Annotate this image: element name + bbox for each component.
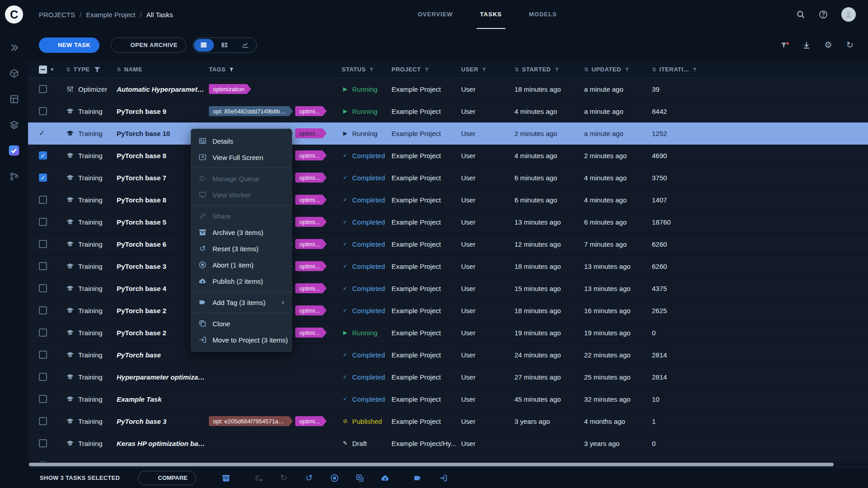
row-checkbox[interactable] bbox=[39, 196, 47, 204]
task-type-cell: Training bbox=[66, 129, 117, 137]
row-checkbox[interactable] bbox=[39, 240, 47, 248]
compare-button[interactable]: COMPARE bbox=[138, 471, 196, 485]
filter-icon[interactable] bbox=[424, 67, 429, 72]
row-checkbox-checked[interactable]: ✓ bbox=[39, 151, 47, 160]
column-header-updated[interactable]: ⇅UPDATED bbox=[584, 66, 652, 73]
row-checkbox[interactable] bbox=[39, 328, 47, 337]
task-row[interactable]: TrainingPyTorch base 6optimi...✓Complete… bbox=[28, 233, 868, 255]
filter-icon[interactable] bbox=[93, 66, 101, 74]
reset-icon[interactable]: ↺ bbox=[305, 474, 314, 483]
task-row[interactable]: TrainingPyTorch base 2optimi...✓Complete… bbox=[28, 300, 868, 322]
row-checkbox[interactable] bbox=[39, 218, 47, 226]
menu-item-move-to-project-3-items[interactable]: Move to Project (3 items) bbox=[191, 332, 292, 348]
task-name: PyTorch base 8 bbox=[117, 196, 166, 204]
row-checkbox[interactable] bbox=[39, 439, 47, 447]
column-header-iterati[interactable]: ⇅ITERATI... bbox=[652, 66, 706, 73]
filter-icon[interactable] bbox=[369, 67, 374, 72]
filter-icon[interactable] bbox=[554, 67, 560, 72]
task-row[interactable]: TrainingPyTorch base 9opt: 85e5482ddd714… bbox=[28, 100, 868, 122]
task-row[interactable]: TrainingPyTorch base 5optimi...✓Complete… bbox=[28, 211, 868, 233]
sidebar-item-experiments[interactable] bbox=[8, 145, 20, 156]
publish-icon[interactable] bbox=[381, 474, 390, 483]
chart-view-button[interactable] bbox=[236, 39, 255, 52]
task-row[interactable]: OptimizerAutomatic Hyperparamete...optim… bbox=[28, 78, 868, 100]
show-selected-toggle[interactable]: SHOW 3 TASKS SELECTED bbox=[40, 474, 120, 481]
row-checkbox[interactable] bbox=[39, 262, 47, 270]
row-checkbox-checked[interactable]: ✓ bbox=[39, 174, 47, 182]
task-row[interactable]: TrainingPyTorch base✓CompletedExample Pr… bbox=[28, 344, 868, 366]
column-header-project[interactable]: PROJECT bbox=[392, 66, 461, 73]
breadcrumb-item[interactable]: All Tasks bbox=[146, 11, 173, 19]
search-icon[interactable] bbox=[796, 10, 805, 19]
abort-icon[interactable] bbox=[330, 474, 339, 483]
sidebar-item-projects-board[interactable] bbox=[8, 93, 20, 105]
menu-item-add-tag-3-items[interactable]: Add Tag (3 items)› bbox=[191, 294, 292, 310]
tab-tasks[interactable]: TASKS bbox=[476, 0, 505, 29]
column-header-name[interactable]: ⇅NAME bbox=[117, 66, 209, 73]
help-icon[interactable] bbox=[819, 10, 828, 19]
table-view-button[interactable] bbox=[194, 39, 214, 52]
menu-item-details[interactable]: Details bbox=[191, 133, 292, 149]
filter-icon[interactable] bbox=[624, 67, 630, 72]
clearml-logo[interactable]: C bbox=[5, 5, 23, 23]
filter-icon[interactable] bbox=[692, 67, 698, 72]
abort-all-children-icon[interactable] bbox=[355, 474, 364, 483]
column-header-type[interactable]: ⇅TYPE bbox=[66, 66, 117, 74]
task-row[interactable]: TrainingHyperparameter optimizati...✓Com… bbox=[28, 366, 868, 388]
task-row[interactable]: ✓TrainingPyTorch base 8optimi...✓Complet… bbox=[28, 145, 868, 167]
sidebar-item-getting-started[interactable] bbox=[8, 42, 20, 53]
menu-item-abort-1-item[interactable]: Abort (1 item) bbox=[191, 257, 292, 273]
menu-item-view-full-screen[interactable]: View Full Screen bbox=[191, 149, 292, 165]
column-header-status[interactable]: STATUS bbox=[342, 66, 392, 73]
task-row[interactable]: TrainingPyTorch base 3optimi...✓Complete… bbox=[28, 255, 868, 277]
row-checkbox[interactable] bbox=[39, 284, 47, 292]
row-check-icon[interactable]: ✓ bbox=[39, 130, 45, 137]
tab-models[interactable]: MODELS bbox=[525, 0, 561, 29]
task-row[interactable]: TrainingExample Task✓CompletedExample Pr… bbox=[28, 388, 868, 410]
move-to-project-icon[interactable] bbox=[439, 474, 448, 483]
task-row[interactable]: TrainingExample Experiment 2✓CompletedEx… bbox=[28, 455, 868, 462]
row-checkbox[interactable] bbox=[39, 107, 47, 115]
task-row[interactable]: ✓TrainingPyTorch base 10optimi...▶Runnin… bbox=[28, 122, 868, 145]
avatar[interactable] bbox=[841, 7, 856, 22]
menu-item-reset-3-items[interactable]: ↺Reset (3 items) bbox=[191, 240, 292, 257]
breadcrumb-item[interactable]: Example Project bbox=[86, 11, 135, 19]
select-all-checkbox[interactable] bbox=[39, 66, 47, 74]
menu-item-archive-3-items[interactable]: Archive (3 items) bbox=[191, 224, 292, 240]
tab-overview[interactable]: OVERVIEW bbox=[414, 0, 457, 29]
row-checkbox[interactable] bbox=[39, 85, 47, 93]
column-header-tags[interactable]: TAGS bbox=[209, 66, 342, 73]
clear-filters-icon[interactable] bbox=[780, 41, 789, 50]
filter-icon[interactable] bbox=[481, 67, 487, 72]
breadcrumb-item[interactable]: PROJECTS bbox=[39, 11, 75, 19]
add-tag-icon[interactable] bbox=[413, 474, 422, 483]
column-header-started[interactable]: ⇅STARTED bbox=[514, 66, 584, 73]
download-icon[interactable] bbox=[802, 41, 811, 50]
split-view-button[interactable] bbox=[215, 39, 235, 52]
sidebar-item-workers-queues[interactable] bbox=[8, 170, 20, 182]
task-row[interactable]: TrainingPyTorch base 2optimi...▶RunningE… bbox=[28, 322, 868, 344]
task-row[interactable]: TrainingKeras HP optimization base✎Draft… bbox=[28, 432, 868, 455]
sidebar-item-datasets[interactable] bbox=[8, 67, 20, 79]
filter-icon[interactable] bbox=[229, 67, 234, 72]
select-all-caret[interactable]: ▾ bbox=[51, 66, 54, 72]
column-header-user[interactable]: USER bbox=[461, 66, 514, 73]
row-checkbox[interactable] bbox=[39, 395, 47, 403]
horizontal-scrollbar-thumb[interactable] bbox=[29, 463, 834, 466]
row-checkbox[interactable] bbox=[39, 306, 47, 314]
task-row[interactable]: ✓TrainingPyTorch base 7optimi...✓Complet… bbox=[28, 167, 868, 189]
menu-item-clone[interactable]: Clone bbox=[191, 315, 292, 332]
new-task-button[interactable]: NEW TASK bbox=[39, 38, 99, 53]
row-checkbox[interactable] bbox=[39, 351, 47, 359]
auto-refresh-icon[interactable]: ↻ bbox=[845, 41, 854, 50]
open-archive-button[interactable]: OPEN ARCHIVE bbox=[111, 38, 186, 53]
task-row[interactable]: TrainingPyTorch base 8optimi...✓Complete… bbox=[28, 189, 868, 211]
sidebar-item-reports[interactable] bbox=[8, 119, 20, 131]
task-row[interactable]: TrainingPyTorch base 4optimi...✓Complete… bbox=[28, 277, 868, 300]
settings-icon[interactable]: ⚙ bbox=[824, 41, 833, 50]
task-row[interactable]: TrainingPyTorch base 3opt: e205d684f7954… bbox=[28, 410, 868, 432]
menu-item-publish-2-items[interactable]: Publish (2 items) bbox=[191, 273, 292, 289]
archive-icon[interactable] bbox=[222, 474, 231, 483]
row-checkbox[interactable] bbox=[39, 373, 47, 381]
row-checkbox[interactable] bbox=[39, 417, 47, 425]
